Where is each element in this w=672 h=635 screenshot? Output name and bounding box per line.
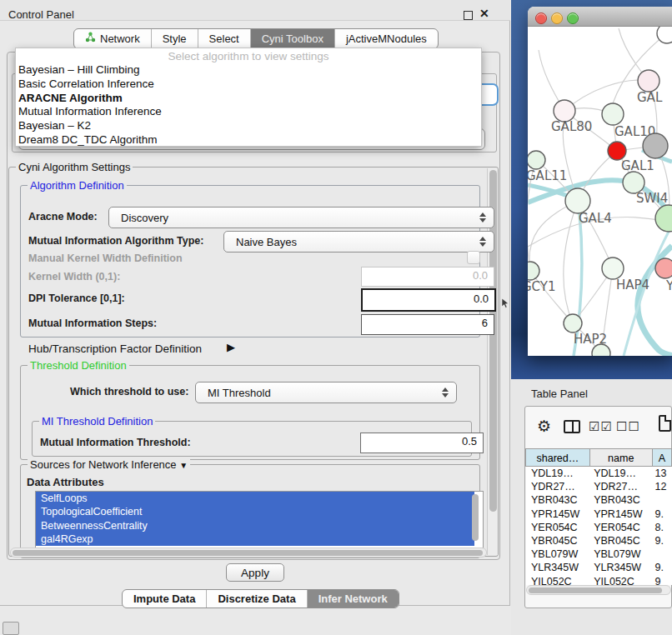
mi-type-combo[interactable]: Naive Bayes <box>223 231 494 252</box>
network-node-gal4[interactable] <box>565 188 590 213</box>
network-canvas[interactable]: GALGAL80GAL10GAL1GAL11SWI4GAL4GCY1HAP4YH… <box>528 27 672 356</box>
cyni-bottom-tabbar: Impute DataDiscretize DataInfer Network <box>122 589 399 608</box>
network-node-gcy1[interactable] <box>528 262 539 280</box>
data-attribute-item[interactable]: BetweennessCentrality <box>36 519 474 532</box>
which-threshold-combo[interactable]: MI Threshold <box>195 382 457 403</box>
data-attribute-item[interactable]: gal4RGexp <box>36 532 474 546</box>
network-node-gal10[interactable] <box>602 103 624 125</box>
table-row[interactable]: YDR27…YDR27…12 <box>526 480 672 493</box>
data-attributes-list[interactable]: SelfLoopsTopologicalCoefficientBetweenne… <box>35 491 484 548</box>
table-cell: YBR045C <box>589 534 649 548</box>
panel-grip-button[interactable] <box>3 622 19 635</box>
sources-group-title: Sources for Network Inference ▼ <box>28 458 190 471</box>
algorithm-option[interactable]: Mutual Information Inference <box>16 105 481 119</box>
page-icon[interactable] <box>659 415 671 432</box>
columns-icon[interactable] <box>564 420 580 433</box>
network-node-label: HAP4 <box>616 278 649 292</box>
table-row[interactable]: YBR043CYBR043C <box>526 493 672 507</box>
algorithm-dropdown-popup: Select algorithm to view settings Bayesi… <box>15 48 482 147</box>
tab-jactivemnodules[interactable]: jActiveMNodules <box>334 29 438 48</box>
tab-cyni-toolbox[interactable]: Cyni Toolbox <box>250 29 334 48</box>
minimize-traffic-light-icon[interactable] <box>551 12 563 24</box>
algorithm-option[interactable]: Bayesian – K2 <box>16 119 481 133</box>
table-body: YDL19…YDL19…13YDR27…YDR27…12YBR043CYBR04… <box>526 467 672 585</box>
data-attribute-item[interactable]: SelfLoops <box>36 492 474 505</box>
table-row[interactable]: YPR145WYPR145W9. <box>526 508 672 521</box>
tab-select[interactable]: Select <box>198 29 250 48</box>
float-window-icon[interactable] <box>464 11 473 20</box>
gear-icon[interactable]: ⚙ <box>537 417 551 436</box>
network-window-titlebar[interactable] <box>528 7 672 27</box>
settings-hscrollbar-thumb[interactable] <box>13 550 483 556</box>
combo-stepper-icon <box>479 237 486 247</box>
attributes-scrollbar-thumb[interactable] <box>472 494 479 541</box>
checked-boxes-icon[interactable]: ☑☑ <box>589 419 613 434</box>
kernel-width-input[interactable]: 0.0 <box>361 267 494 287</box>
table-row[interactable]: YBR045CYBR045C9. <box>526 534 672 548</box>
table-horizontal-scrollbar[interactable] <box>526 585 671 595</box>
close-traffic-light-icon[interactable] <box>535 12 547 24</box>
network-node[interactable] <box>657 27 672 43</box>
expander-down-icon[interactable]: ▼ <box>179 461 188 470</box>
table-cell: 9 <box>650 575 672 586</box>
dpi-tolerance-input[interactable]: 0.0 <box>361 288 496 312</box>
table-cell: YBR043C <box>526 493 589 507</box>
manual-kernel-checkbox[interactable] <box>467 251 480 264</box>
table-cell: YBR045C <box>526 534 589 548</box>
table-cell: YIL052C <box>526 575 589 586</box>
network-node-label: GAL11 <box>528 168 567 183</box>
bottom-tab-discretize-data[interactable]: Discretize Data <box>206 590 306 608</box>
unchecked-boxes-icon[interactable]: ☐☐ <box>616 419 640 434</box>
data-attributes-label: Data Attributes <box>27 476 104 488</box>
hub-expander-label[interactable]: Hub/Transcription Factor Definition <box>28 342 202 355</box>
zoom-traffic-light-icon[interactable] <box>567 12 579 24</box>
table-cell: 9. <box>650 561 672 574</box>
expander-right-icon[interactable]: ▶ <box>227 341 235 353</box>
algorithm-option[interactable]: Dream8 DC_TDC Algorithm <box>16 133 481 148</box>
network-node-gal[interactable] <box>638 70 659 92</box>
bottom-tab-impute-data[interactable]: Impute Data <box>123 590 206 608</box>
aracne-mode-combo[interactable]: Discovery <box>108 207 494 228</box>
network-node[interactable] <box>655 205 672 232</box>
table-cell: YDR27… <box>526 480 589 493</box>
tab-network[interactable]: Network <box>74 29 151 48</box>
algorithm-option[interactable]: ARACNE Algorithm <box>16 92 481 106</box>
control-panel-tabbar: NetworkStyleSelectCyni ToolboxjActiveMNo… <box>73 28 439 49</box>
algorithm-option[interactable]: Basic Correlation Inference <box>16 78 481 92</box>
network-node-gal1[interactable] <box>608 142 626 160</box>
network-node[interactable] <box>643 133 668 158</box>
table-column-header[interactable]: shared… <box>525 448 590 467</box>
network-node-label: GCY1 <box>528 279 556 294</box>
network-node-label: Y <box>665 278 672 293</box>
table-column-header[interactable]: name <box>589 448 653 467</box>
table-column-header[interactable]: A <box>652 448 672 467</box>
data-attribute-item[interactable]: TopologicalCoefficient <box>36 505 474 518</box>
apply-button[interactable]: Apply <box>226 563 284 582</box>
cyni-settings-title: Cyni Algorithm Settings <box>16 161 133 173</box>
mi-steps-input[interactable]: 6 <box>361 314 494 335</box>
network-node-y[interactable] <box>655 258 672 278</box>
screen: Control Panel ✕ NetworkStyleSelectCyni T… <box>0 0 672 635</box>
table-row[interactable]: YLR345WYLR345W9. <box>526 561 672 574</box>
network-node-hap4[interactable] <box>602 258 624 279</box>
network-node-label: GAL80 <box>551 119 592 134</box>
tab-style[interactable]: Style <box>151 29 198 48</box>
table-row[interactable]: YIL052CYIL052C9 <box>526 575 672 586</box>
algorithm-popup-items: Bayesian – Hill ClimbingBasic Correlatio… <box>16 63 481 148</box>
algorithm-option[interactable]: Bayesian – Hill Climbing <box>16 63 481 78</box>
table-cell: YLR345W <box>526 561 589 574</box>
table-hscrollbar-thumb[interactable] <box>529 588 662 593</box>
table-row[interactable]: YBL079WYBL079W <box>526 548 672 561</box>
close-icon[interactable]: ✕ <box>479 7 489 20</box>
bottom-tab-infer-network[interactable]: Infer Network <box>307 590 399 608</box>
mi-threshold-input[interactable]: 0.5 <box>360 432 484 453</box>
settings-horizontal-scrollbar[interactable] <box>10 548 487 558</box>
table-cell: YER054C <box>526 521 589 534</box>
table-row[interactable]: YDL19…YDL19…13 <box>526 467 672 480</box>
network-node-gal11[interactable] <box>528 151 545 169</box>
mi-type-label: Mutual Information Algorithm Type: <box>28 235 203 247</box>
network-node-hap2[interactable] <box>564 314 582 332</box>
manual-kernel-label: Manual Kernel Width Definition <box>28 252 183 264</box>
table-row[interactable]: YER054CYER054C8. <box>526 521 672 534</box>
network-node-label: SWI4 <box>636 191 668 206</box>
